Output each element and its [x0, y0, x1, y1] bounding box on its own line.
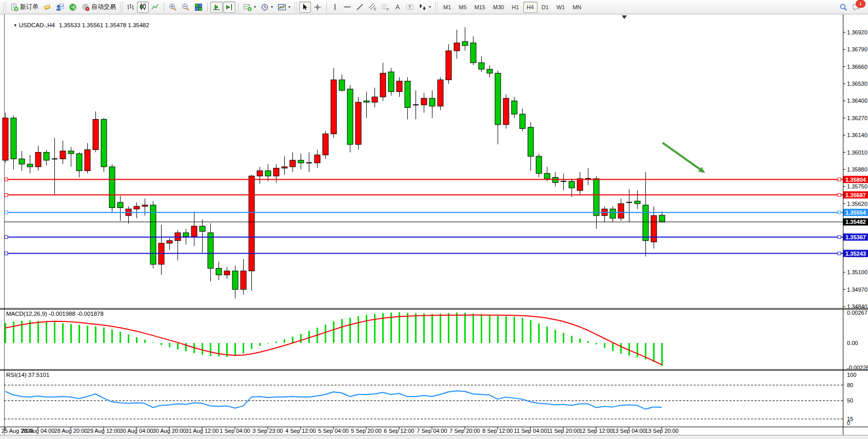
chart-shift-marker[interactable]: [622, 15, 627, 19]
zoom-out-button[interactable]: [180, 2, 192, 13]
time-tick-label[interactable]: 3 Sep 23:00: [252, 428, 283, 434]
line-handle[interactable]: [838, 194, 841, 197]
line-handle[interactable]: [5, 194, 8, 197]
timeframe-m30[interactable]: M30: [489, 2, 507, 13]
indicators-button[interactable]: ▾: [241, 2, 258, 13]
timeframe-h1[interactable]: H1: [508, 2, 522, 13]
chat-button[interactable]: 1: [850, 2, 863, 13]
fibonacci-button[interactable]: F: [379, 2, 391, 13]
time-tick-label[interactable]: 5 Sep 04:00: [318, 428, 348, 434]
macd-axis-label[interactable]: -0.002265: [847, 365, 868, 371]
macd-axis-label[interactable]: 0.002671: [847, 310, 868, 316]
new-order-button[interactable]: 新订单: [8, 2, 41, 13]
time-tick-label[interactable]: 7 Sep 20:00: [449, 428, 480, 434]
candlestick-chart-button[interactable]: [137, 2, 149, 13]
bull-candle: [323, 134, 328, 155]
timeframe-m15[interactable]: M15: [471, 2, 489, 13]
price-tick-label[interactable]: 1.36530: [847, 81, 867, 87]
auto-scroll-button[interactable]: [210, 2, 223, 13]
trendline-button[interactable]: [354, 2, 366, 13]
time-tick-label[interactable]: 5 Sep 20:00: [351, 428, 381, 434]
time-tick-label[interactable]: 28 Aug 04:00: [22, 428, 55, 434]
timeframe-m1[interactable]: M1: [440, 2, 455, 13]
price-tick-label[interactable]: 1.35750: [847, 183, 867, 189]
price-tick-label[interactable]: 1.36140: [847, 132, 867, 138]
time-tick-label[interactable]: 13 Sep 04:00: [612, 428, 645, 434]
horizontal-line-button[interactable]: [341, 2, 353, 13]
templates-button[interactable]: ▾: [275, 2, 292, 13]
price-tick-label[interactable]: 1.36790: [847, 46, 867, 52]
line-handle[interactable]: [5, 211, 8, 214]
time-tick-label[interactable]: 11 Sep 04:00: [514, 428, 547, 434]
time-tick-label[interactable]: 11 Sep 20:00: [547, 428, 580, 434]
toolbar-grip[interactable]: [294, 2, 297, 12]
price-tick-label[interactable]: 1.36920: [847, 29, 867, 35]
search-button[interactable]: [837, 2, 850, 13]
cursor-button[interactable]: [299, 2, 311, 13]
line-handle[interactable]: [5, 178, 8, 181]
timeframe-mn[interactable]: MN: [569, 2, 585, 13]
price-tick-label[interactable]: 1.34970: [847, 287, 867, 293]
arrows-button[interactable]: ▾: [417, 2, 433, 13]
time-tick-label[interactable]: 29 Aug 12:00: [87, 428, 121, 434]
time-tick-label[interactable]: 30 Aug 04:00: [120, 428, 153, 434]
timeframe-w1[interactable]: W1: [553, 2, 569, 13]
rsi-axis-label[interactable]: 100: [847, 372, 856, 378]
text-button[interactable]: A: [392, 2, 403, 13]
crosshair-button[interactable]: [311, 2, 324, 13]
auto-trading-button[interactable]: 自动交易: [80, 2, 118, 13]
signals-button[interactable]: [67, 2, 79, 13]
time-tick-label[interactable]: 30 Aug 20:00: [153, 428, 186, 434]
timeframe-m5[interactable]: M5: [455, 2, 470, 13]
rsi-axis-label[interactable]: 80: [847, 382, 853, 388]
label-button[interactable]: T: [404, 2, 416, 13]
bull-candle: [314, 155, 320, 163]
time-tick-label[interactable]: 8 Sep 12:00: [482, 428, 512, 434]
line-handle[interactable]: [838, 178, 841, 181]
symbol-dropdown-icon[interactable]: ▼: [13, 23, 17, 28]
channel-button[interactable]: E: [366, 2, 379, 13]
price-tick-label[interactable]: 1.36400: [847, 98, 867, 104]
time-tick-label[interactable]: 31 Aug 12:00: [186, 428, 219, 434]
chart-shift-button[interactable]: [223, 2, 235, 13]
timeframe-d1[interactable]: D1: [538, 2, 553, 13]
time-tick-label[interactable]: 1 Sep 04:00: [220, 428, 250, 434]
funds-button[interactable]: [41, 2, 53, 13]
price-tick-label[interactable]: 1.35100: [847, 269, 867, 275]
time-tick-label[interactable]: 4 Sep 12:00: [285, 428, 315, 434]
rsi-axis-label[interactable]: 50: [847, 397, 853, 404]
time-tick-label[interactable]: 12 Sep 12:00: [579, 428, 613, 434]
zoom-in-button[interactable]: [167, 2, 179, 13]
line-handle[interactable]: [5, 252, 8, 255]
timeframe-h4[interactable]: H4: [523, 2, 538, 13]
toolbar-grip[interactable]: [120, 2, 123, 12]
time-tick-label[interactable]: 28 Aug 20:00: [54, 428, 88, 434]
price-tick-label[interactable]: 1.36270: [847, 115, 867, 121]
line-handle[interactable]: [838, 211, 841, 214]
macd-axis-label[interactable]: 0.00: [847, 340, 858, 346]
toolbar-grip[interactable]: [4, 2, 6, 12]
price-tick-label[interactable]: 1.35880: [847, 166, 867, 173]
price-tick-label[interactable]: 1.36010: [847, 149, 867, 156]
time-tick-label[interactable]: 13 Sep 20:00: [645, 428, 678, 434]
line-handle[interactable]: [838, 236, 841, 239]
bull-candle: [577, 179, 583, 190]
rsi-axis-label[interactable]: 0: [847, 420, 850, 426]
periods-button[interactable]: ▾: [259, 2, 275, 13]
arrow-object[interactable]: [663, 143, 700, 169]
bar-chart-button[interactable]: [125, 2, 136, 13]
line-chart-button[interactable]: [149, 2, 161, 13]
chart-title[interactable]: ▼USDCAD-,H41.35533 1.35561 1.35478 1.354…: [7, 16, 149, 34]
tile-windows-button[interactable]: [192, 2, 205, 13]
price-tick-label[interactable]: 1.36660: [847, 64, 867, 70]
time-tick-label[interactable]: 7 Sep 04:00: [417, 428, 447, 434]
profile-button[interactable]: [54, 2, 66, 13]
price-tick-label[interactable]: 1.35620: [847, 201, 867, 207]
price-tick-label[interactable]: 1.34840: [847, 303, 867, 310]
bear-candle: [520, 114, 525, 128]
toolbar-grip[interactable]: [435, 2, 438, 12]
line-handle[interactable]: [838, 252, 841, 255]
time-tick-label[interactable]: 6 Sep 12:00: [384, 428, 414, 434]
line-handle[interactable]: [5, 236, 8, 239]
vertical-line-button[interactable]: [329, 2, 341, 13]
